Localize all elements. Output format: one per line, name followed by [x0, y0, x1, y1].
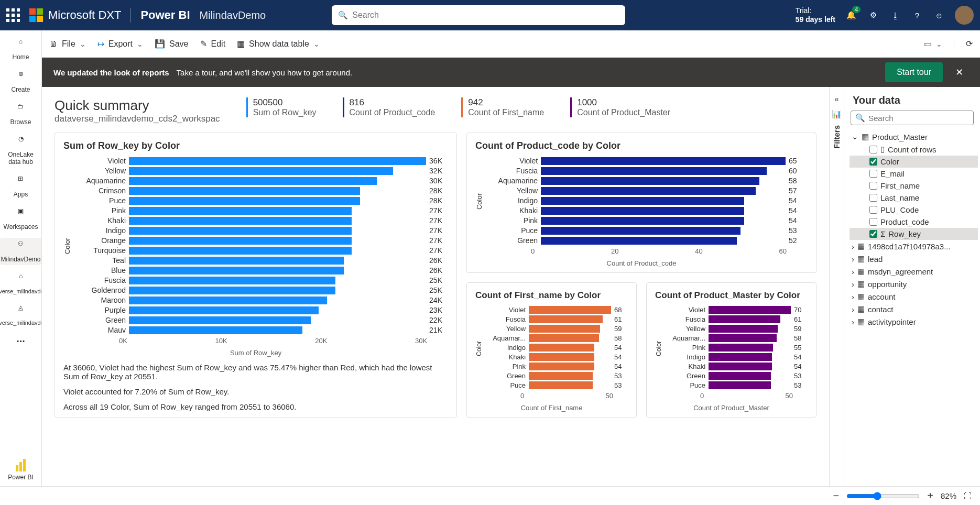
field-row[interactable]: ▯Count of rows: [850, 143, 978, 156]
field-checkbox[interactable]: [869, 182, 877, 190]
table-node[interactable]: ›▦msdyn_agreement: [850, 265, 978, 278]
table-node[interactable]: ⌄▦Product_Master: [850, 130, 978, 143]
nav-workspaces[interactable]: ▣Workspaces: [3, 205, 39, 233]
field-row[interactable]: First_name: [850, 180, 978, 192]
view-mode-button[interactable]: ▭: [924, 39, 942, 49]
feedback-icon[interactable]: ☺: [933, 9, 945, 21]
bar-row[interactable]: Orange27K: [73, 236, 448, 245]
download-icon[interactable]: ⭳: [889, 9, 901, 21]
bar-row[interactable]: Violet65: [485, 157, 808, 165]
bar-row[interactable]: Goldenrod25K: [73, 286, 448, 294]
data-search-input[interactable]: [868, 114, 969, 123]
bar-row[interactable]: Violet36K: [73, 157, 448, 165]
global-search[interactable]: 🔍: [332, 5, 625, 25]
field-row[interactable]: E_mail: [850, 168, 978, 180]
table-node[interactable]: ›▦1498cd1a7f104978a3...: [850, 240, 978, 252]
bar-row[interactable]: Green53: [484, 372, 628, 380]
nav-workspace-current[interactable]: ⚇MilindavDemo: [0, 238, 42, 265]
bar-row[interactable]: Puce28K: [73, 196, 448, 205]
field-checkbox[interactable]: [869, 230, 877, 238]
app-name[interactable]: Power BI: [140, 8, 190, 22]
bar-row[interactable]: Khaki54: [663, 363, 808, 370]
bar-row[interactable]: Fuscia61: [484, 315, 628, 323]
zoom-slider[interactable]: [846, 492, 920, 500]
nav-apps[interactable]: ⊞Apps: [13, 173, 29, 200]
field-row[interactable]: Product_code: [850, 216, 978, 228]
bar-row[interactable]: Pink54: [484, 363, 628, 370]
bar-row[interactable]: Purple23K: [73, 306, 448, 314]
kpi-card[interactable]: 816Count of Product_code: [343, 97, 435, 117]
export-menu[interactable]: ↦Export: [97, 39, 143, 49]
bar-row[interactable]: Khaki27K: [73, 216, 448, 225]
bar-row[interactable]: Green52: [485, 236, 808, 245]
bar-row[interactable]: Puce53: [663, 381, 808, 389]
table-node[interactable]: ›▦account: [850, 290, 978, 303]
help-icon[interactable]: ?: [911, 9, 923, 21]
app-launcher-icon[interactable]: [6, 8, 20, 22]
field-checkbox[interactable]: [869, 170, 877, 178]
bar-row[interactable]: Fuscia61: [663, 315, 808, 323]
bar-row[interactable]: Pink27K: [73, 206, 448, 215]
nav-onelake[interactable]: ◔OneLake data hub: [0, 133, 41, 168]
chart-count-productmaster[interactable]: Count of Product_Master by Color Color V…: [646, 282, 816, 418]
notifications-icon[interactable]: 🔔4: [845, 9, 857, 21]
bar-row[interactable]: Violet68: [484, 306, 628, 314]
field-row[interactable]: Last_name: [850, 192, 978, 204]
bar-row[interactable]: Turquoise27K: [73, 246, 448, 255]
bar-row[interactable]: Indigo54: [484, 344, 628, 352]
bar-row[interactable]: Indigo27K: [73, 226, 448, 235]
nav-dataset-2[interactable]: ◬dataverse_milindavdem...: [0, 302, 42, 328]
edit-button[interactable]: ✎Edit: [200, 39, 226, 49]
nav-home[interactable]: ⌂Home: [11, 36, 30, 63]
bar-row[interactable]: Khaki54: [485, 206, 808, 215]
bar-row[interactable]: Yellow59: [484, 325, 628, 333]
bar-row[interactable]: Blue26K: [73, 266, 448, 275]
field-row[interactable]: PLU_Code: [850, 204, 978, 216]
bar-row[interactable]: Indigo54: [663, 353, 808, 361]
file-menu[interactable]: 🗎File: [49, 39, 86, 49]
refresh-button[interactable]: ⟳: [966, 39, 973, 49]
bar-row[interactable]: Puce53: [484, 381, 628, 389]
field-row[interactable]: ΣRow_key: [850, 228, 978, 240]
nav-dataset-1[interactable]: ⌂dataverse_milindavdem...: [0, 270, 42, 297]
bar-row[interactable]: Mauv21K: [73, 326, 448, 334]
data-search[interactable]: 🔍: [851, 111, 974, 125]
bar-row[interactable]: Violet70: [663, 306, 808, 314]
field-checkbox[interactable]: [869, 218, 877, 226]
search-input[interactable]: [352, 10, 619, 20]
field-checkbox[interactable]: [869, 158, 877, 166]
nav-more[interactable]: ···: [15, 333, 26, 349]
expand-icon[interactable]: «: [834, 94, 839, 103]
bar-row[interactable]: Fuscia25K: [73, 276, 448, 284]
kpi-card[interactable]: 942Count of First_name: [461, 97, 544, 117]
bar-row[interactable]: Yellow32K: [73, 167, 448, 175]
zoom-out-button[interactable]: −: [833, 490, 840, 502]
chart-count-productcode[interactable]: Count of Product_code by Color Color Vio…: [466, 133, 816, 273]
bar-row[interactable]: Green53: [663, 372, 808, 380]
field-checkbox[interactable]: [869, 194, 877, 202]
powerbi-icon[interactable]: [16, 458, 26, 471]
table-node[interactable]: ›▦activitypointer: [850, 315, 978, 328]
zoom-in-button[interactable]: +: [927, 490, 933, 502]
trial-status[interactable]: Trial: 59 days left: [796, 6, 835, 24]
avatar[interactable]: [955, 6, 974, 25]
bar-row[interactable]: Aquamarine30K: [73, 177, 448, 185]
bar-row[interactable]: Pink55: [663, 344, 808, 352]
bar-row[interactable]: Teal26K: [73, 256, 448, 265]
bar-row[interactable]: Green22K: [73, 316, 448, 324]
start-tour-button[interactable]: Start tour: [885, 62, 943, 82]
filters-pane-collapsed[interactable]: « 📊 Filters: [829, 87, 844, 486]
bar-row[interactable]: Aquamar...58: [484, 334, 628, 342]
nav-browse[interactable]: 🗀Browse: [9, 101, 32, 128]
bar-row[interactable]: Maroon24K: [73, 296, 448, 304]
bar-row[interactable]: Fuscia60: [485, 167, 808, 175]
save-button[interactable]: 💾Save: [155, 39, 188, 49]
bar-row[interactable]: Yellow59: [663, 325, 808, 333]
kpi-card[interactable]: 500500Sum of Row_key: [246, 97, 317, 117]
table-node[interactable]: ›▦lead: [850, 252, 978, 265]
kpi-card[interactable]: 1000Count of Product_Master: [570, 97, 670, 117]
close-banner-button[interactable]: ✕: [950, 64, 968, 80]
field-checkbox[interactable]: [869, 206, 877, 214]
chart-sum-rowkey[interactable]: Sum of Row_key by Color Color Violet36KY…: [55, 133, 457, 418]
nav-create[interactable]: ⊕Create: [10, 68, 31, 95]
